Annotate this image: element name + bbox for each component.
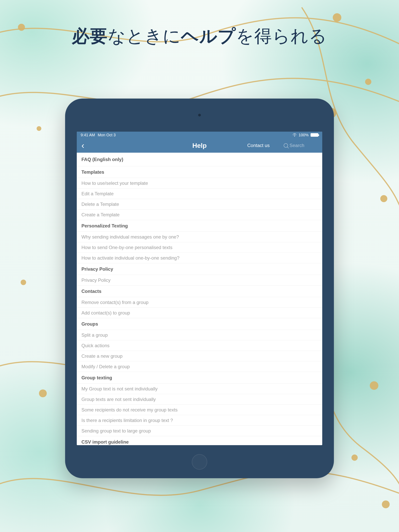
faq-row[interactable]: How to send One-by-one personalised text… (77, 242, 322, 253)
faq-row[interactable]: My Group text is not sent individually (77, 384, 322, 394)
wifi-icon (292, 133, 297, 137)
faq-main-header: FAQ (English only) (77, 153, 322, 166)
section-header: CSV import guideline (77, 436, 322, 445)
faq-row[interactable]: Remove contact(s) from a group (77, 297, 322, 308)
section-header: Personalized Texting (77, 220, 322, 232)
status-battery-pct: 100% (299, 133, 309, 137)
faq-row[interactable]: Why sending individual messages one by o… (77, 232, 322, 242)
status-date: Mon Oct 3 (98, 133, 116, 137)
status-time: 9:41 AM (81, 133, 95, 137)
faq-row[interactable]: Delete a Template (77, 199, 322, 209)
faq-row[interactable]: Create a Template (77, 209, 322, 220)
faq-list[interactable]: FAQ (English only) TemplatesHow to use/s… (77, 153, 322, 445)
tablet-screen: 9:41 AM Mon Oct 3 100% ‹ Help Contact us… (77, 132, 322, 445)
search-input[interactable] (290, 143, 319, 148)
tablet-frame: 9:41 AM Mon Oct 3 100% ‹ Help Contact us… (65, 99, 334, 478)
faq-row[interactable]: Privacy Policy (77, 275, 322, 285)
search-field[interactable] (284, 143, 319, 148)
faq-row[interactable]: Split a group (77, 330, 322, 340)
marketing-headline: 必要なときにヘルプを得られる (0, 24, 399, 48)
faq-row[interactable]: Create a new group (77, 351, 322, 361)
back-button[interactable]: ‹ (80, 141, 85, 150)
section-header: Group texting (77, 372, 322, 384)
svg-point-1 (333, 13, 341, 22)
section-header: Templates (77, 166, 322, 178)
headline-part-1: 必要 (72, 26, 108, 46)
search-icon (284, 143, 288, 148)
status-bar: 9:41 AM Mon Oct 3 100% (77, 132, 322, 138)
svg-point-9 (37, 126, 41, 131)
section-header: Privacy Policy (77, 263, 322, 275)
battery-icon (310, 133, 318, 137)
svg-point-6 (370, 381, 378, 390)
nav-bar: ‹ Help Contact us (77, 138, 322, 153)
faq-row[interactable]: Add contact(s) to group (77, 308, 322, 318)
faq-row[interactable]: How to use/select your template (77, 178, 322, 189)
faq-row[interactable]: Modify / Delete a group (77, 361, 322, 372)
headline-part-2: なときに (108, 26, 181, 46)
svg-point-3 (39, 389, 47, 397)
faq-row[interactable]: Sending group text to large group (77, 426, 322, 436)
faq-row[interactable]: Is there a recipients limitation in grou… (77, 415, 322, 426)
section-header: Contacts (77, 285, 322, 297)
headline-part-4: を得られる (236, 26, 327, 46)
faq-row[interactable]: Quick actions (77, 340, 322, 351)
svg-point-5 (380, 195, 387, 202)
faq-row[interactable]: Group texts are not sent individually (77, 394, 322, 405)
contact-us-button[interactable]: Contact us (247, 143, 270, 148)
faq-row[interactable]: Some recipients do not receive my group … (77, 405, 322, 415)
headline-part-3: ヘルプ (181, 26, 236, 46)
svg-point-2 (365, 79, 371, 85)
svg-point-8 (21, 280, 26, 285)
faq-row[interactable]: Edit a Template (77, 189, 322, 199)
faq-row[interactable]: How to activate individual one-by-one se… (77, 253, 322, 263)
svg-point-7 (351, 455, 358, 461)
svg-point-11 (382, 500, 390, 508)
section-header: Groups (77, 318, 322, 330)
